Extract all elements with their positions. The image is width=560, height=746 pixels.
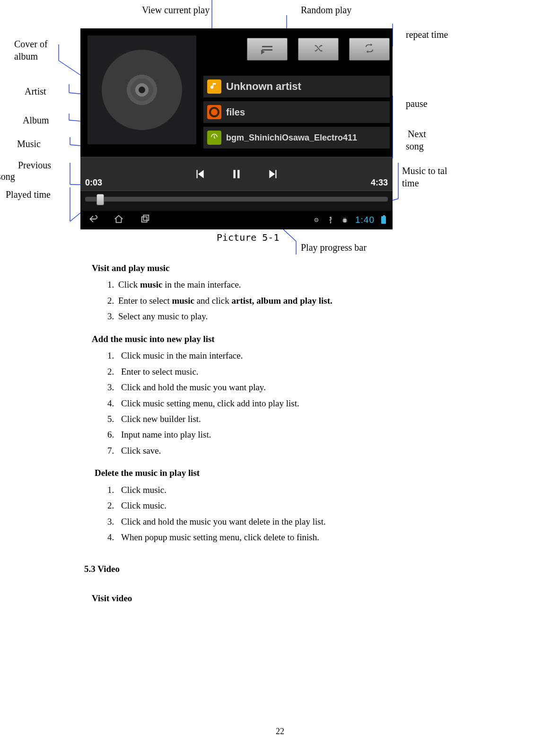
list-item: Select any music to play.	[116, 309, 472, 323]
list-item: Click save.	[116, 444, 472, 457]
seek-thumb[interactable]	[96, 194, 104, 205]
prev-button[interactable]	[193, 167, 206, 181]
svg-rect-24	[142, 217, 147, 222]
home-icon[interactable]	[114, 214, 124, 227]
shuffle-icon	[312, 43, 325, 56]
artist-label: Unknown artist	[226, 80, 301, 93]
svg-point-31	[345, 218, 346, 218]
heading-visit-video: Visit video	[92, 591, 472, 605]
transport-bar: 0:03 4:33	[80, 157, 393, 191]
heading-visit-play: Visit and play music	[92, 261, 472, 275]
list-item: Click and hold the music you want play.	[116, 380, 472, 394]
svg-rect-25	[143, 215, 149, 220]
heading-video: 5.3 Video	[84, 562, 472, 576]
page-number: 22	[0, 727, 560, 737]
music-player: Unknown artist files bgm_ShinichiOsawa_E…	[80, 28, 393, 229]
album-label: files	[226, 107, 245, 118]
list-item: Click music.	[116, 483, 472, 497]
list-item: Click and hold the music you want delete…	[116, 515, 472, 528]
svg-point-27	[316, 219, 317, 220]
battery-icon	[381, 216, 386, 224]
list-item: Input name into play list.	[116, 428, 472, 441]
seek-area	[80, 192, 393, 210]
list-delete: Click music. Click music. Click and hold…	[116, 483, 472, 544]
list-visit-play: Click music in the main interface. Enter…	[116, 278, 472, 323]
queue-button[interactable]	[247, 38, 288, 61]
android-navbar: 1:40	[80, 211, 393, 229]
list-item: Click music setting menu, click add into…	[116, 396, 472, 410]
figure-caption: Picture 5-1	[217, 232, 279, 243]
svg-point-28	[330, 222, 332, 224]
shuffle-button[interactable]	[298, 38, 339, 61]
track-label: bgm_ShinichiOsawa_Electro411	[226, 133, 357, 143]
total-time: 4:33	[371, 178, 388, 188]
repeat-button[interactable]	[349, 38, 390, 61]
debug-icon	[341, 216, 349, 224]
repeat-icon	[363, 43, 376, 56]
elapsed-time: 0:03	[85, 178, 102, 188]
recent-icon[interactable]	[140, 214, 150, 227]
status-clock: 1:40	[355, 215, 375, 225]
body-content: Visit and play music Click music in the …	[84, 255, 472, 608]
track-icon	[207, 131, 221, 145]
list-item: Click music in the main interface.	[116, 278, 472, 291]
svg-point-30	[344, 218, 344, 218]
list-item: Click music.	[116, 499, 472, 512]
seek-track[interactable]	[85, 197, 388, 202]
list-item: When popup music setting menu, click del…	[116, 530, 472, 544]
heading-add-list: Add the music into new play list	[92, 332, 472, 346]
disc-icon	[102, 50, 182, 130]
album-icon	[207, 105, 221, 119]
track-row[interactable]: bgm_ShinichiOsawa_Electro411	[203, 127, 390, 149]
artist-icon	[207, 79, 221, 94]
heading-delete-list: Delete the music in play list	[95, 466, 472, 480]
list-add: Click music in the main interface. Enter…	[116, 349, 472, 457]
list-item: Click new builder list.	[116, 412, 472, 426]
album-row[interactable]: files	[203, 101, 390, 123]
album-art[interactable]	[88, 35, 196, 144]
list-item: Click music in the main interface.	[116, 349, 472, 362]
back-icon[interactable]	[87, 214, 97, 227]
queue-icon	[262, 45, 272, 53]
pause-button[interactable]	[230, 167, 243, 181]
artist-row[interactable]: Unknown artist	[203, 76, 390, 97]
svg-rect-29	[343, 219, 347, 222]
next-button[interactable]	[267, 167, 280, 181]
usb-icon	[327, 216, 334, 224]
list-item: Enter to select music.	[116, 365, 472, 378]
player-top: Unknown artist files bgm_ShinichiOsawa_E…	[80, 28, 393, 156]
list-item: Enter to select music and click artist, …	[116, 294, 472, 307]
status-dot-icon	[313, 216, 320, 224]
